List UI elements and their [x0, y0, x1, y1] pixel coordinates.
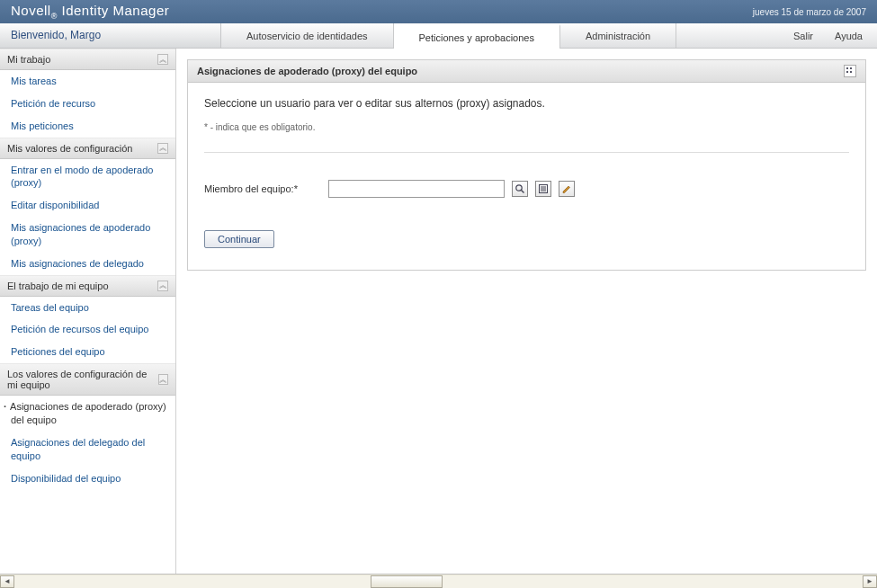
- intro-text: Seleccione un usuario para ver o editar …: [204, 97, 849, 110]
- sidebar: Mi trabajo ︽ Mis tareas Petición de recu…: [0, 49, 176, 574]
- main-container: Mi trabajo ︽ Mis tareas Petición de recu…: [0, 49, 877, 574]
- sidebar-item-team-tasks[interactable]: Tareas del equipo: [0, 297, 175, 319]
- section-team-work[interactable]: El trabajo de mi equipo ︽: [0, 275, 175, 297]
- team-member-label: Miembro del equipo:*: [204, 183, 321, 194]
- sidebar-item-edit-availability[interactable]: Editar disponibilidad: [0, 194, 175, 217]
- sidebar-item-team-delegate-assignments[interactable]: Asignaciones del delegado del equipo: [0, 432, 175, 468]
- list-icon: [538, 183, 549, 194]
- registered-mark: ®: [51, 12, 58, 21]
- sidebar-item-team-availability[interactable]: Disponibilidad del equipo: [0, 468, 175, 490]
- magnifier-icon: [515, 183, 525, 194]
- collapse-icon[interactable]: ︽: [157, 54, 168, 65]
- lookup-icon[interactable]: [512, 181, 528, 197]
- edit-icon[interactable]: [559, 181, 575, 197]
- panel-header: Asignaciones de apoderado (proxy) del eq…: [188, 60, 865, 83]
- main-tabs: Autoservicio de identidades Peticiones y…: [221, 23, 793, 48]
- pencil-icon: [561, 183, 572, 194]
- help-link[interactable]: Ayuda: [835, 31, 863, 41]
- section-title: Mis valores de configuración: [7, 143, 132, 154]
- sidebar-item-team-requests[interactable]: Peticiones del equipo: [0, 341, 175, 363]
- scroll-right-arrow[interactable]: ►: [863, 575, 877, 588]
- sidebar-item-my-delegate-assignments[interactable]: Mis asignaciones de delegado: [0, 253, 175, 275]
- content-area: Asignaciones de apoderado (proxy) del eq…: [176, 49, 877, 574]
- divider: [204, 152, 849, 153]
- scroll-track[interactable]: [14, 575, 863, 588]
- tab-self-service[interactable]: Autoservicio de identidades: [221, 23, 394, 48]
- sidebar-item-my-proxy-assignments[interactable]: Mis asignaciones de apoderado (proxy): [0, 217, 175, 253]
- svg-rect-1: [850, 67, 852, 69]
- section-my-work[interactable]: Mi trabajo ︽: [0, 49, 175, 70]
- panel-body: Seleccione un usuario para ver o editar …: [188, 83, 865, 270]
- tab-administration[interactable]: Administración: [560, 23, 676, 48]
- logout-link[interactable]: Salir: [793, 31, 813, 41]
- collapse-icon[interactable]: ︽: [158, 374, 168, 385]
- section-team-settings[interactable]: Los valores de configuración de mi equip…: [0, 363, 175, 396]
- tab-requests-approvals[interactable]: Peticiones y aprobaciones: [394, 24, 560, 49]
- section-title: Mi trabajo: [7, 54, 50, 65]
- team-member-row: Miembro del equipo:*: [204, 180, 849, 198]
- continue-button[interactable]: Continuar: [204, 230, 274, 248]
- sidebar-item-resource-request[interactable]: Petición de recurso: [0, 93, 175, 115]
- history-icon[interactable]: [535, 181, 551, 197]
- svg-line-5: [522, 191, 524, 193]
- sidebar-item-proxy-mode[interactable]: Entrar en el modo de apoderado (proxy): [0, 159, 175, 195]
- panel: Asignaciones de apoderado (proxy) del eq…: [187, 59, 866, 271]
- header-date: jueves 15 de marzo de 2007: [753, 7, 866, 17]
- section-my-settings[interactable]: Mis valores de configuración ︽: [0, 138, 175, 159]
- collapse-icon[interactable]: ︽: [157, 143, 168, 154]
- sidebar-item-my-tasks[interactable]: Mis tareas: [0, 70, 175, 93]
- brand-name: Novell: [11, 3, 51, 18]
- scroll-thumb[interactable]: [371, 575, 443, 588]
- sidebar-item-my-requests[interactable]: Mis peticiones: [0, 115, 175, 138]
- app-header: Novell® Identity Manager jueves 15 de ma…: [0, 0, 877, 23]
- product-name: Identity Manager: [58, 3, 169, 18]
- required-note: * - indica que es obligatorio.: [204, 122, 849, 132]
- app-title: Novell® Identity Manager: [11, 3, 169, 21]
- section-title: Los valores de configuración de mi equip…: [7, 369, 158, 390]
- svg-point-4: [516, 185, 522, 191]
- team-member-input[interactable]: [328, 180, 505, 198]
- svg-rect-0: [846, 67, 848, 69]
- collapse-icon[interactable]: ︽: [157, 281, 168, 291]
- panel-options-icon[interactable]: [844, 65, 856, 77]
- grid-icon: [846, 67, 855, 76]
- sidebar-item-team-proxy-assignments[interactable]: Asignaciones de apoderado (proxy) del eq…: [0, 396, 175, 432]
- svg-rect-2: [846, 71, 848, 73]
- section-title: El trabajo de mi equipo: [7, 281, 109, 291]
- navbar: Bienvenido, Margo Autoservicio de identi…: [0, 23, 877, 49]
- welcome-text: Bienvenido, Margo: [0, 23, 221, 48]
- panel-title: Asignaciones de apoderado (proxy) del eq…: [197, 66, 417, 76]
- nav-right: Salir Ayuda: [793, 23, 877, 48]
- sidebar-item-team-resource-request[interactable]: Petición de recursos del equipo: [0, 318, 175, 341]
- scroll-left-arrow[interactable]: ◄: [0, 575, 14, 588]
- svg-rect-3: [850, 71, 852, 73]
- horizontal-scrollbar[interactable]: ◄ ►: [0, 574, 877, 588]
